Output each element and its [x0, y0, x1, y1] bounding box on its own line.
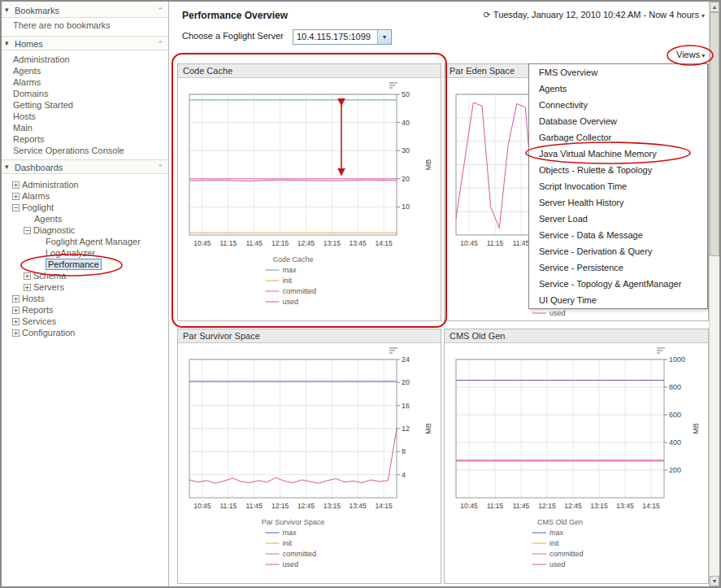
dashboard-item-foglight-agent-manager[interactable]: Foglight Agent Manager: [2, 236, 168, 247]
homes-item-alarms[interactable]: Alarms: [2, 76, 168, 88]
dashboard-item-servers[interactable]: +Servers: [2, 281, 168, 293]
dashboard-item-alarms[interactable]: +Alarms: [2, 190, 168, 202]
homes-item-administration[interactable]: Administration: [2, 54, 168, 65]
svg-text:13:15: 13:15: [590, 502, 608, 510]
time-range-control[interactable]: ⟳Tuesday, January 12, 2010 10:42 AM - No…: [484, 10, 705, 20]
dashboards-section-header[interactable]: ▾ Dashboards ⌃: [2, 159, 168, 174]
views-menu-item-service-persistence[interactable]: Service - Persistence: [529, 259, 707, 276]
views-menu-item-connectivity[interactable]: Connectivity: [529, 97, 707, 113]
views-menu-item-garbage-collector[interactable]: Garbage Collector: [529, 129, 707, 146]
dashboard-item-diagnostic[interactable]: −Diagnostic: [2, 224, 168, 236]
views-menu-item-service-derivation-query[interactable]: Service - Derivation & Query: [529, 243, 707, 259]
bookmarks-section-title: Bookmarks: [15, 4, 59, 17]
select-dropdown-arrow-icon[interactable]: ▾: [377, 30, 391, 44]
section-minimize-icon[interactable]: ⌃: [157, 37, 163, 50]
dashboard-item-schema[interactable]: +Schema: [2, 270, 168, 281]
svg-text:20: 20: [402, 378, 410, 386]
views-menu-item-server-health-history[interactable]: Server Health History: [529, 194, 707, 211]
bookmarks-section-header[interactable]: ▾ Bookmarks ⌃: [2, 3, 168, 18]
legend-label: max: [283, 266, 298, 274]
svg-text:14:15: 14:15: [375, 502, 393, 510]
svg-text:11:45: 11:45: [513, 502, 530, 510]
chart-par-survivor-space: Par Survivor Space481216202410:4511:1511…: [177, 329, 441, 584]
dashboard-item-label: Administration: [22, 180, 79, 189]
application-window: ▾ Bookmarks ⌃ There are no bookmarks ▾ H…: [0, 0, 721, 588]
dashboard-item-loganalyzer[interactable]: LogAnalyzer: [2, 247, 168, 259]
legend-label: init: [549, 539, 559, 547]
expand-icon[interactable]: +: [12, 181, 20, 189]
collapse-icon[interactable]: −: [24, 227, 31, 234]
chart-code-cache: Code Cache102030405010:4511:1511:4512:15…: [177, 63, 441, 321]
svg-text:14:15: 14:15: [642, 502, 660, 510]
views-menu-item-server-load[interactable]: Server Load: [529, 211, 707, 227]
expand-icon[interactable]: +: [24, 272, 31, 280]
chart-canvas: 481216202410:4511:1511:4512:1512:4513:15…: [178, 343, 441, 583]
dashboard-item-label: Foglight: [22, 203, 54, 212]
svg-text:10:45: 10:45: [460, 502, 478, 510]
dashboard-item-hosts[interactable]: +Hosts: [2, 293, 168, 304]
svg-text:16: 16: [402, 402, 410, 410]
svg-text:11:45: 11:45: [513, 239, 530, 247]
dashboard-item-agents[interactable]: Agents: [2, 213, 168, 224]
views-menu-item-ui-query-time[interactable]: UI Query Time: [529, 292, 707, 308]
views-menu-item-objects-rulette-topology[interactable]: Objects - Rulette & Topology: [529, 162, 707, 178]
dashboard-item-reports[interactable]: +Reports: [2, 304, 168, 316]
svg-text:13:45: 13:45: [616, 502, 634, 510]
chart-options-icon[interactable]: [657, 348, 665, 353]
server-select[interactable]: 10.4.115.175:1099 ▾: [293, 29, 392, 45]
dashboard-item-label: Foglight Agent Manager: [46, 237, 141, 246]
svg-text:11:45: 11:45: [245, 239, 263, 247]
collapse-icon[interactable]: −: [12, 204, 20, 211]
views-button[interactable]: Views▾: [676, 50, 705, 59]
views-menu: FMS OverviewAgentsConnectivityDatabase O…: [528, 63, 708, 309]
expand-icon[interactable]: +: [12, 307, 20, 314]
views-menu-item-script-invocation-time[interactable]: Script Invocation Time: [529, 178, 707, 194]
expand-icon[interactable]: +: [24, 284, 31, 291]
chart-options-icon[interactable]: [389, 83, 397, 88]
svg-text:12:45: 12:45: [298, 502, 315, 510]
scroll-down-button[interactable]: ▼: [710, 576, 719, 586]
homes-list: AdministrationAgentsAlarmsDomainsGetting…: [2, 54, 168, 156]
expand-icon[interactable]: +: [12, 295, 20, 303]
expand-icon[interactable]: +: [12, 193, 20, 200]
dashboard-item-foglight[interactable]: −Foglight: [2, 202, 168, 213]
homes-item-service-operations-console[interactable]: Service Operations Console: [2, 145, 168, 156]
legend-label: committed: [283, 287, 317, 295]
homes-item-domains[interactable]: Domains: [2, 88, 168, 99]
homes-item-hosts[interactable]: Hosts: [2, 111, 168, 122]
scrollbar-thumb[interactable]: [710, 12, 719, 256]
svg-text:13:45: 13:45: [350, 502, 367, 510]
svg-text:10:45: 10:45: [193, 502, 211, 510]
legend-title: CMS Old Gen: [537, 518, 583, 526]
svg-text:13:45: 13:45: [350, 239, 367, 247]
views-menu-item-service-data-message[interactable]: Service - Data & Message: [529, 227, 707, 243]
expand-icon[interactable]: +: [12, 318, 20, 325]
dashboard-item-configuration[interactable]: +Configuration: [2, 327, 168, 338]
homes-item-getting-started[interactable]: Getting Started: [2, 99, 168, 111]
legend-label: init: [283, 539, 293, 547]
homes-item-agents[interactable]: Agents: [2, 65, 168, 76]
dashboard-item-performance[interactable]: Performance: [2, 259, 168, 270]
views-menu-item-database-overview[interactable]: Database Overview: [529, 113, 707, 129]
dashboard-item-label: Performance: [46, 259, 102, 270]
svg-text:10: 10: [402, 203, 410, 211]
section-minimize-icon[interactable]: ⌃: [157, 161, 163, 174]
vertical-scrollbar[interactable]: ▲ ▼: [709, 2, 719, 586]
scroll-up-button[interactable]: ▲: [710, 2, 719, 12]
dashboard-item-administration[interactable]: +Administration: [2, 179, 168, 190]
homes-item-reports[interactable]: Reports: [2, 133, 168, 145]
expand-icon[interactable]: +: [12, 329, 20, 337]
homes-section-header[interactable]: ▾ Homes ⌃: [2, 36, 168, 50]
dashboard-item-label: Schema: [33, 271, 66, 281]
views-menu-item-fms-overview[interactable]: FMS Overview: [529, 64, 707, 81]
svg-text:200: 200: [669, 466, 681, 474]
legend-label: max: [283, 529, 298, 537]
views-menu-item-service-topology-agentmanager[interactable]: Service - Topology & AgentManager: [529, 276, 707, 292]
chart-options-icon[interactable]: [389, 348, 397, 353]
dashboard-item-services[interactable]: +Services: [2, 316, 168, 327]
homes-item-main[interactable]: Main: [2, 122, 168, 133]
dashboard-item-label: LogAnalyzer: [46, 248, 95, 258]
views-menu-item-agents[interactable]: Agents: [529, 81, 707, 97]
views-menu-item-java-virtual-machine-memory[interactable]: Java Virtual Machine Memory: [529, 146, 707, 162]
section-minimize-icon[interactable]: ⌃: [157, 4, 163, 17]
